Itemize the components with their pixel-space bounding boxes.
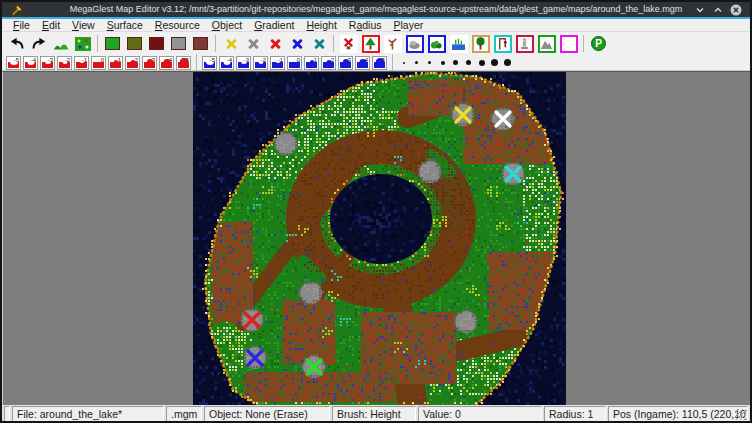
surface-secondary-grass-button[interactable]: [124, 33, 145, 54]
radius-dot-icon: [504, 59, 511, 66]
toolbar-main: P: [2, 32, 750, 55]
radius-7-button[interactable]: [476, 56, 487, 70]
gradient-brush--2-button[interactable]: -2: [253, 56, 268, 70]
menu-item-height[interactable]: Height: [300, 19, 342, 31]
radius-1-button[interactable]: [398, 56, 409, 70]
surface-stone-icon: [171, 37, 186, 50]
object-big-rock-icon: [538, 35, 556, 53]
surface-road-button[interactable]: [146, 33, 167, 54]
map-canvas[interactable]: [193, 72, 566, 405]
radius-dot-icon: [479, 60, 485, 66]
object-invisible-button[interactable]: [558, 33, 579, 54]
height-brush--5-button[interactable]: -5: [6, 56, 21, 70]
status-radius: Radius: 1: [544, 406, 606, 422]
map-viewport: [2, 71, 750, 405]
gradient-brush--3-button[interactable]: -3: [236, 56, 251, 70]
radius-dot-icon: [453, 60, 458, 65]
object-big-rock-button[interactable]: [536, 33, 557, 54]
player-brush-button[interactable]: P: [588, 33, 609, 54]
object-big-tree-button[interactable]: [470, 33, 491, 54]
surface-ground-button[interactable]: [190, 33, 211, 54]
resource-stone-button[interactable]: [242, 33, 263, 54]
resource-custom1-button[interactable]: [264, 33, 285, 54]
gradient-brush-0-button[interactable]: 0: [287, 56, 302, 70]
radius-dot-icon: [428, 61, 431, 64]
height-brush-0-button[interactable]: 0: [91, 56, 106, 70]
height-brush-2-button[interactable]: 2: [125, 56, 140, 70]
object-statue-button[interactable]: [514, 33, 535, 54]
redo-button[interactable]: [28, 33, 49, 54]
menu-item-view[interactable]: View: [66, 19, 101, 31]
resource-custom2-icon: [290, 37, 303, 50]
status-spacer: [4, 406, 10, 422]
radius-5-button[interactable]: [450, 56, 461, 70]
status-brush: Brush: Height: [332, 406, 416, 422]
height-brush--2-button[interactable]: -2: [57, 56, 72, 70]
resource-stone-icon: [246, 37, 259, 50]
window-title: MegaGlest Map Editor v3.12; /mnt/3-parti…: [2, 2, 750, 17]
menu-item-edit[interactable]: Edit: [36, 19, 66, 31]
gradient-brush-1-button[interactable]: 1: [304, 56, 319, 70]
menu-item-file[interactable]: File: [7, 19, 36, 31]
radius-3-button[interactable]: [424, 56, 435, 70]
radius-dot-icon: [491, 59, 498, 66]
object-invisible-icon: [560, 35, 578, 53]
object-bush-icon: [428, 35, 446, 53]
height-brush-5-button[interactable]: 5: [176, 56, 191, 70]
height-brush--1-button[interactable]: -1: [74, 56, 89, 70]
gradient-brush-5-button[interactable]: 5: [372, 56, 387, 70]
menu-item-gradient[interactable]: Gradient: [248, 19, 300, 31]
menu-item-object[interactable]: Object: [206, 19, 248, 31]
random-surface-button[interactable]: [72, 33, 93, 54]
object-dead-tree-button[interactable]: [382, 33, 403, 54]
gradient-brush--5-button[interactable]: -5: [202, 56, 217, 70]
status-pos: Pos (Ingame): 110,5 (220,10): [608, 406, 748, 422]
menu-item-player[interactable]: Player: [388, 19, 430, 31]
object-erase-icon: [340, 35, 358, 53]
height-brush-4-button[interactable]: 4: [159, 56, 174, 70]
height-brush--4-button[interactable]: -4: [23, 56, 38, 70]
radius-2-button[interactable]: [411, 56, 422, 70]
titlebar: MegaGlest Map Editor v3.12; /mnt/3-parti…: [2, 2, 750, 17]
resource-custom2-button[interactable]: [286, 33, 307, 54]
radius-8-button[interactable]: [489, 56, 500, 70]
close-button[interactable]: [730, 4, 742, 16]
height-hills-button[interactable]: [50, 33, 71, 54]
object-stone-icon: [406, 35, 424, 53]
object-hanged-button[interactable]: [492, 33, 513, 54]
resource-custom3-button[interactable]: [308, 33, 329, 54]
menu-item-resource[interactable]: Resource: [149, 19, 206, 31]
height-brush--3-button[interactable]: -3: [40, 56, 55, 70]
gradient-brush-4-button[interactable]: 4: [355, 56, 370, 70]
menu-item-radius[interactable]: Radius: [343, 19, 388, 31]
surface-grass-button[interactable]: [102, 33, 123, 54]
height-brush-3-button[interactable]: 3: [142, 56, 157, 70]
statusbar: File: around_the_lake*.mgmObject: None (…: [2, 405, 750, 423]
status-extension: .mgm: [166, 406, 202, 422]
redo-icon: [31, 37, 47, 51]
radius-6-button[interactable]: [463, 56, 474, 70]
height-brush-1-button[interactable]: 1: [108, 56, 123, 70]
gradient-brush--4-button[interactable]: -4: [219, 56, 234, 70]
resource-gold-button[interactable]: [220, 33, 241, 54]
gradient-brush--1-button[interactable]: -1: [270, 56, 285, 70]
radius-4-button[interactable]: [437, 56, 448, 70]
object-tree-button[interactable]: [360, 33, 381, 54]
radius-9-button[interactable]: [502, 56, 513, 70]
undo-button[interactable]: [6, 33, 27, 54]
minimize-button[interactable]: [694, 4, 706, 16]
resize-grip[interactable]: [735, 409, 746, 420]
object-bush-button[interactable]: [426, 33, 447, 54]
object-erase-button[interactable]: [338, 33, 359, 54]
gradient-brush-3-button[interactable]: 3: [338, 56, 353, 70]
maximize-button[interactable]: [712, 4, 724, 16]
menu-item-surface[interactable]: Surface: [101, 19, 149, 31]
surface-grass-icon: [105, 37, 120, 50]
surface-stone-button[interactable]: [168, 33, 189, 54]
object-water-object-button[interactable]: [448, 33, 469, 54]
object-water-object-icon: [450, 35, 468, 53]
radius-dot-icon: [403, 62, 405, 64]
object-tree-icon: [362, 35, 380, 53]
object-stone-button[interactable]: [404, 33, 425, 54]
gradient-brush-2-button[interactable]: 2: [321, 56, 336, 70]
